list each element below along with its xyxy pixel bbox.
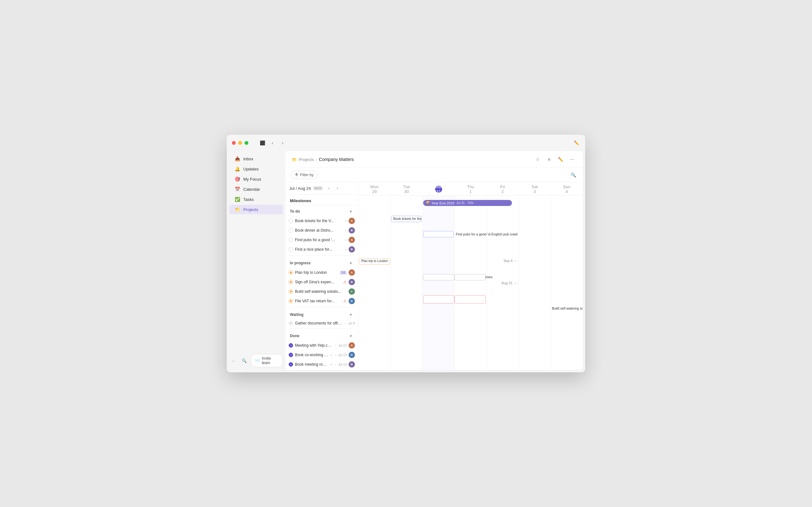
calendar-grid: Plan trip to London Book tickets for the… [358,195,583,370]
task-bar-book-tickets[interactable]: Book tickets for the V&A museum [391,216,421,222]
sidebar-item-tasks[interactable]: ✅ Tasks [229,194,283,204]
task-badge: 2/6 [340,271,347,275]
cal-col-mon: Plan trip to London [358,195,391,370]
cal-col-thu: Find pubs for a good 'ol English pub cra… [455,195,487,370]
task-status-circle: ✓ [289,353,293,357]
close-button[interactable] [232,141,236,145]
search-icon[interactable]: 🔍 [569,170,577,179]
task-item[interactable]: Sign off Gina's expen... ⚠ B [286,277,358,287]
divider [289,307,355,307]
more-options-button[interactable]: ··· [229,356,238,365]
task-item[interactable]: Book tickets for the V... » A [286,216,358,226]
task-item[interactable]: Build self watering solutio... C [286,287,358,296]
task-status-circle [289,228,293,233]
task-name: Build self watering solutio... [295,289,347,294]
main-content: 📁 Projects › Company Matters ☆ ≡ ✏️ ⋯ ⚗ … [286,151,583,370]
sidebar-toggle-icon[interactable]: ⬛ [258,139,266,147]
task-expand-icon: » [331,363,333,366]
task-item[interactable]: File VAT tax return for... ⚠ D [286,296,358,306]
calendar-body: Plan trip to London Book tickets for the… [358,195,583,370]
sidebar-item-my-focus[interactable]: 🎯 My Focus [229,174,283,184]
sidebar-item-label-my-focus: My Focus [243,177,261,181]
task-bar-find-pubs[interactable] [423,231,454,237]
more-button[interactable]: ⋯ [567,155,576,164]
task-item[interactable]: ✓ Meeting with Yelp.com fol... ← Jul 22 … [286,341,358,350]
task-bar-file-vat-thu[interactable] [455,295,486,303]
titlebar: ⬛ ‹ › ✏️ [227,135,585,151]
day-number-tue30: Tue 30 [403,186,410,193]
back-icon[interactable]: ‹ [269,139,276,147]
milestones-header: Milestones [286,194,358,205]
task-date: ← Jul 19 [334,353,347,357]
edit-button[interactable]: ✏️ [556,155,565,164]
task-bar-file-vat[interactable] [423,295,454,303]
cal-date-label: Jul / Aug 24 [289,186,311,191]
section-header-in-progress: In progress + [286,257,358,268]
add-waiting-button[interactable]: + [348,312,354,318]
milestones-label: Milestones [290,199,311,203]
app-window: ⬛ ‹ › ✏️ 📥 Inbox 🔔 Updates 🎯 My Focus 📅 … [227,135,585,372]
task-item[interactable]: ✓ Book meeting rooms i... » ← Jul 19 B [286,360,358,369]
task-name: Meeting with Yelp.com fol... [295,343,333,348]
task-name: Book dinner at Disho... [295,228,343,233]
task-item[interactable]: ✓ Book co-working spa... » ← Jul 19 D [286,350,358,360]
sidebar-item-inbox[interactable]: 📥 Inbox [229,154,283,164]
maximize-button[interactable] [245,141,248,145]
add-todo-button[interactable]: + [348,209,354,214]
sidebar-item-label-projects: Projects [243,207,258,212]
cal-col-wed: 🏆 Year End 2023 Jul 31 · 74% [422,195,455,370]
forward-icon[interactable]: › [279,139,287,147]
star-button[interactable]: ☆ [533,155,542,164]
sidebar-item-calendar[interactable]: 📅 Calendar [229,184,283,194]
updates-icon: 🔔 [235,166,240,171]
warning-icon: ⚠ [343,280,347,284]
sidebar-item-updates[interactable]: 🔔 Updates [229,164,283,174]
task-date: ← Jul 22 [334,344,347,347]
cal-next-button[interactable]: › [334,185,341,192]
day-header-thu1: Thu 1 [455,182,487,195]
avatar: B [349,361,355,368]
task-item[interactable]: Plan trip to London 2/6 A [286,268,358,277]
divider [289,256,355,256]
section-label-in-progress: In progress [290,261,310,265]
avatar: A [349,237,355,243]
calendar-container: Jul / Aug 24 W33 ‹ › Milestones To do [286,182,583,370]
aug31-nav-link[interactable]: Aug 31 → [502,281,517,285]
task-status-circle [289,299,293,303]
day-number-fri2: Fri 2 [499,186,506,193]
avatar: A [349,218,355,224]
invite-label: Invite team [262,356,279,365]
filter-icon: ⚗ [295,173,298,177]
milestone-label: Year End 2023 [432,201,454,205]
calendar-grid-area: Mon 29 Tue 30 Wed 31 Thu 1 Fri 2 [358,182,583,370]
invite-team-button[interactable]: ✉️ Invite team [251,354,283,367]
task-bar-sign-off[interactable] [423,274,454,280]
sidebar-item-label-tasks: Tasks [243,197,254,202]
add-in-progress-button[interactable]: + [348,260,354,266]
task-item[interactable]: Find a nice place for... » B [286,245,358,254]
add-done-button[interactable]: + [348,333,354,339]
sidebar-item-label-inbox: Inbox [243,157,253,161]
my-focus-icon: 🎯 [235,176,240,181]
cal-prev-button[interactable]: ‹ [326,185,333,192]
avatar: D [349,352,355,358]
milestone-date-range: Jul 31 · 74% [456,201,473,205]
settings-button[interactable]: ≡ [545,155,554,164]
breadcrumb-parent: Projects [299,157,314,162]
task-item[interactable]: Book dinner at Disho... » B [286,226,358,235]
task-bar-sign-off-thu[interactable] [455,274,486,280]
main-area: 📥 Inbox 🔔 Updates 🎯 My Focus 📅 Calendar … [227,151,585,372]
task-bar-plan-trip[interactable]: Plan trip to London [359,258,390,265]
cal-col-fri: Sep 4 → Aug 31 → [487,195,519,370]
milestone-bar-year-end[interactable]: 🏆 Year End 2023 Jul 31 · 74% [423,200,512,206]
minimize-button[interactable] [238,141,242,145]
sep4-nav-link[interactable]: Sep 4 → [503,259,517,263]
new-note-icon[interactable]: ✏️ [572,139,580,147]
task-status-circle [289,289,293,294]
search-button[interactable]: 🔍 [240,356,248,365]
sidebar-item-projects[interactable]: 📁 Projects [229,205,283,214]
day-number-thu1: Thu 1 [467,186,474,193]
task-item[interactable]: Find pubs for a good '... » A [286,235,358,245]
filter-button[interactable]: ⚗ Filter by [291,171,318,179]
task-item[interactable]: Gather documents for office sp... ← Jul … [286,320,358,327]
